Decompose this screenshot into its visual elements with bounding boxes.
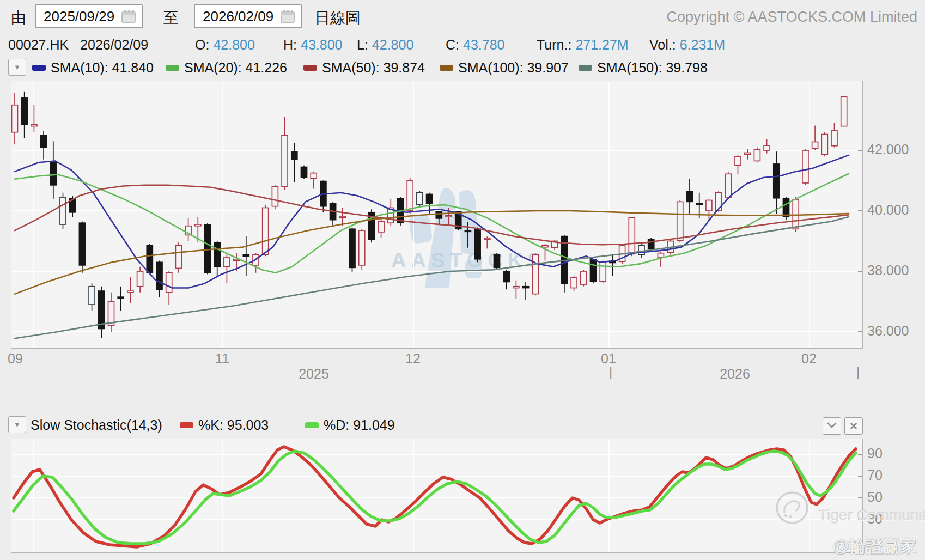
quote-field: Vol.:6.231M [649,37,725,53]
month-tick-label: 02 [801,351,817,367]
k-line-swatch [180,422,193,428]
quote-field: C:43.780 [446,37,504,53]
stochastic-tick-label: 30 [867,511,883,527]
stochastic-chart [11,439,862,552]
candlestick-chart [11,81,862,348]
stochastic-title: Slow Stochastic(14,3) [31,417,162,433]
quote-field: Turn.:271.27M [537,37,629,53]
quote-field: H:43.800 [283,37,342,53]
d-value: 91.049 [353,417,394,433]
sma-legend-item: SMA(20): 41.226 [166,60,287,76]
sma-legend-item: SMA(50): 39.874 [303,60,425,76]
stochastic-tick-label: 90 [867,446,883,461]
sma-color-swatch [440,65,453,71]
chart-type-label: 日線圖 [315,8,361,28]
sma-legend-item: SMA(100): 39.907 [440,60,569,76]
d-line-swatch [305,422,319,428]
chevron-down-icon: ▼ [14,421,21,429]
stochastic-tick-label: 70 [867,467,883,483]
d-label: %D: [324,417,349,433]
price-tick-label: 40.000 [867,202,909,218]
stock-symbol: 00027.HK [8,37,69,53]
month-tick-label: 12 [405,351,421,367]
close-icon: × [850,418,857,433]
calendar-icon[interactable] [121,9,136,23]
collapse-indicator-button[interactable] [823,417,841,435]
stochastic-header: ▼ Slow Stochastic(14,3) %K: 95.003 %D: 9… [0,415,925,437]
sma-color-swatch [579,65,592,71]
main-chart-panel: AASTOCKS [11,81,863,349]
sma-color-swatch [32,65,46,71]
sma-legend-item: SMA(150): 39.798 [579,60,708,76]
year-boundary-tick: | [856,364,860,379]
k-label: %K: [198,417,223,433]
price-tick-label: 42.000 [867,142,909,157]
aastocks-chart-page: 由 2025/09/29 至 2026/02/09 日線圖 Copyright … [0,0,925,560]
calendar-icon[interactable] [280,9,295,23]
quote-field: O:42.800 [195,37,255,53]
sma-color-swatch [166,65,179,71]
sma-legend-row: ▼ SMA(10): 41.840SMA(20): 41.226SMA(50):… [0,59,925,80]
year-tick-label: 2026 [720,366,750,382]
quote-field: L:42.800 [357,37,413,53]
copyright-notice: Copyright © AASTOCKS.COM Limited [666,9,917,26]
chevron-down-icon [827,422,837,429]
price-tick-label: 36.000 [867,323,909,339]
sma-dropdown-button[interactable]: ▼ [8,59,26,76]
from-date-value: 2025/09/29 [44,8,114,25]
chevron-down-icon: ▼ [14,63,21,71]
k-value: 95.003 [227,417,269,433]
quote-date: 2026/02/09 [80,37,148,53]
stochastic-panel [11,439,863,553]
sma-color-swatch [303,65,317,71]
stochastic-dropdown-button[interactable]: ▼ [8,416,26,433]
year-tick-label: 2025 [299,366,329,382]
month-tick-label: 11 [215,351,229,367]
from-label: 由 [11,8,26,28]
year-boundary-tick: | [609,364,612,379]
close-indicator-button[interactable]: × [844,417,863,435]
sma-legend-item: SMA(10): 41.840 [32,60,154,76]
quote-row: 00027.HK 2026/02/09 O:42.800H:43.800L:42… [0,37,925,57]
month-tick-label: 09 [8,351,23,367]
stochastic-tick-label: 50 [867,489,883,505]
from-date-input[interactable]: 2025/09/29 [35,4,143,28]
to-date-value: 2026/02/09 [203,8,273,25]
to-label: 至 [163,8,179,28]
price-tick-label: 38.000 [867,263,909,278]
to-date-input[interactable]: 2026/02/09 [194,4,302,28]
